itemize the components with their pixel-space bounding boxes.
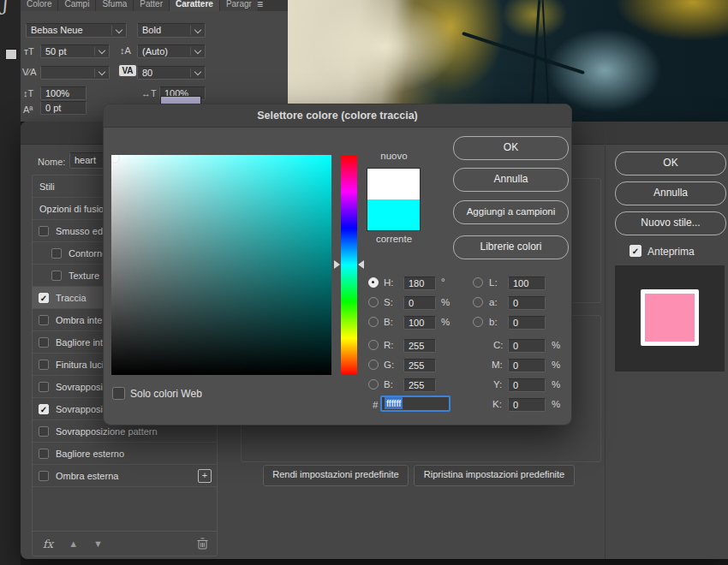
y-field[interactable]: 0 <box>508 378 546 392</box>
kerning-select[interactable] <box>40 66 110 80</box>
h-unit: ° <box>441 277 445 287</box>
lab-b-field[interactable]: 0 <box>508 316 546 330</box>
radio-a[interactable] <box>473 297 483 307</box>
saturation-brightness-field[interactable] <box>111 155 331 375</box>
radio-b2[interactable] <box>368 379 379 390</box>
style-row-label: Stili <box>39 181 55 192</box>
tab-carattere[interactable]: Carattere <box>170 0 220 11</box>
style-row-label: Contorno <box>69 248 107 259</box>
preview-label: Anteprima <box>647 246 695 258</box>
tracking-value: 80 <box>142 68 152 78</box>
style-row[interactable]: Bagliore esterno <box>33 443 217 465</box>
radio-lab-b[interactable] <box>473 317 483 327</box>
r-field[interactable]: 255 <box>403 339 436 353</box>
l-label: L: <box>489 277 498 288</box>
h-field[interactable]: 180 <box>403 277 436 290</box>
horizontal-scale-icon: ↔T <box>141 87 157 99</box>
tab-campioni[interactable]: Campi <box>58 0 96 11</box>
preview-checkbox[interactable]: ✓ <box>630 245 641 257</box>
tab-colore[interactable]: Colore <box>21 0 58 11</box>
style-checkbox[interactable] <box>39 382 49 392</box>
baseline-shift-field[interactable]: 0 pt <box>40 101 87 115</box>
delete-effect-icon[interactable] <box>197 538 208 550</box>
new-color-label: nuovo <box>351 151 437 161</box>
new-style-button[interactable]: Nuovo stile... <box>615 211 726 235</box>
name-label: Nome: <box>38 157 65 167</box>
style-checkbox[interactable] <box>51 271 62 281</box>
g-label: G: <box>384 360 394 370</box>
radio-g[interactable] <box>368 360 379 370</box>
style-checkbox[interactable] <box>39 426 49 437</box>
ok-button[interactable]: OK <box>615 152 726 175</box>
tab-paragrafo[interactable]: Paragr <box>220 0 259 11</box>
tracking-select[interactable]: 80 <box>137 66 206 80</box>
g-field[interactable]: 255 <box>403 359 436 372</box>
b-field[interactable]: 100 <box>403 316 436 330</box>
move-up-icon[interactable]: ▲ <box>69 538 78 549</box>
style-checkbox[interactable] <box>39 449 49 459</box>
style-row-label: Ombra esterna <box>56 471 118 481</box>
style-checkbox[interactable]: ✓ <box>39 293 49 303</box>
m-field[interactable]: 0 <box>508 359 546 372</box>
cancel-button[interactable]: Annulla <box>615 181 726 205</box>
tab-sfumature[interactable]: Sfuma <box>96 0 134 11</box>
color-picker-dialog: Selettore colore (colore traccia) nuovo … <box>103 104 572 425</box>
style-checkbox[interactable] <box>39 471 49 481</box>
style-checkbox[interactable]: ✓ <box>39 404 49 414</box>
photoshop-window: ʃ Colore Campi Sfuma Patter Carattere Pa… <box>0 0 728 565</box>
style-checkbox[interactable] <box>39 226 49 236</box>
l-field[interactable]: 100 <box>508 277 546 290</box>
add-to-swatches-button[interactable]: Aggiungi a campioni <box>453 200 569 224</box>
k-field[interactable]: 0 <box>508 398 546 412</box>
web-colors-checkbox[interactable] <box>112 387 125 400</box>
a-field[interactable]: 0 <box>508 296 546 310</box>
new-color-swatch <box>367 169 420 199</box>
font-family-select[interactable]: Bebas Neue <box>26 23 127 38</box>
reset-default-button[interactable]: Ripristina impostazioni predefinite <box>414 465 575 486</box>
radio-l[interactable] <box>473 277 483 288</box>
panel-menu-icon[interactable]: ≡ <box>257 0 271 10</box>
radio-r[interactable] <box>368 340 379 350</box>
b2-field[interactable]: 255 <box>403 378 436 392</box>
style-preview-shape <box>641 289 699 346</box>
b2-label: B: <box>384 379 393 390</box>
leading-select[interactable]: (Auto) <box>137 45 206 58</box>
style-row[interactable]: Ombra esterna+ <box>33 465 217 487</box>
style-checkbox[interactable] <box>51 248 62 259</box>
c-field[interactable]: 0 <box>508 339 546 353</box>
hue-slider[interactable] <box>341 155 357 375</box>
picker-ok-button[interactable]: OK <box>453 136 569 160</box>
duplicate-effect-icon[interactable]: + <box>198 469 212 483</box>
fx-icon[interactable]: fx <box>43 538 53 550</box>
style-checkbox[interactable] <box>39 360 49 370</box>
style-checkbox[interactable] <box>39 337 49 348</box>
font-style-value: Bold <box>142 25 161 35</box>
s-label: S: <box>384 297 393 307</box>
style-checkbox[interactable] <box>39 315 49 325</box>
move-down-icon[interactable]: ▼ <box>93 538 103 549</box>
panel-edge-swatch[interactable] <box>5 49 17 60</box>
radio-s[interactable] <box>368 297 379 307</box>
font-style-select[interactable]: Bold <box>137 23 206 38</box>
k-unit: % <box>552 399 560 409</box>
hex-hash-label: # <box>373 400 378 410</box>
radio-b[interactable] <box>368 317 379 327</box>
font-size-select[interactable]: 50 pt <box>40 45 110 58</box>
font-size-icon: ᴛT <box>24 45 34 57</box>
chevron-down-icon <box>194 26 201 33</box>
vertical-scale-field[interactable]: 100% <box>40 86 87 100</box>
radio-h[interactable] <box>368 277 379 288</box>
hue-slider-arrow-right[interactable] <box>358 260 364 269</box>
chevron-down-icon <box>194 68 201 75</box>
color-libraries-button[interactable]: Librerie colori <box>453 235 569 259</box>
color-picker-titlebar[interactable]: Selettore colore (colore traccia) <box>104 104 571 128</box>
picker-cancel-button[interactable]: Annulla <box>453 168 569 192</box>
hue-slider-arrow-left[interactable] <box>334 260 340 269</box>
color-field-marker[interactable] <box>111 155 120 164</box>
hex-input[interactable]: ffffff <box>380 396 451 412</box>
lab-b-label: b: <box>489 317 498 327</box>
tab-pattern[interactable]: Patter <box>134 0 170 11</box>
s-field[interactable]: 0 <box>403 296 436 310</box>
make-default-button[interactable]: Rendi impostazioni predefinite <box>263 465 409 486</box>
h-label: H: <box>384 277 394 288</box>
